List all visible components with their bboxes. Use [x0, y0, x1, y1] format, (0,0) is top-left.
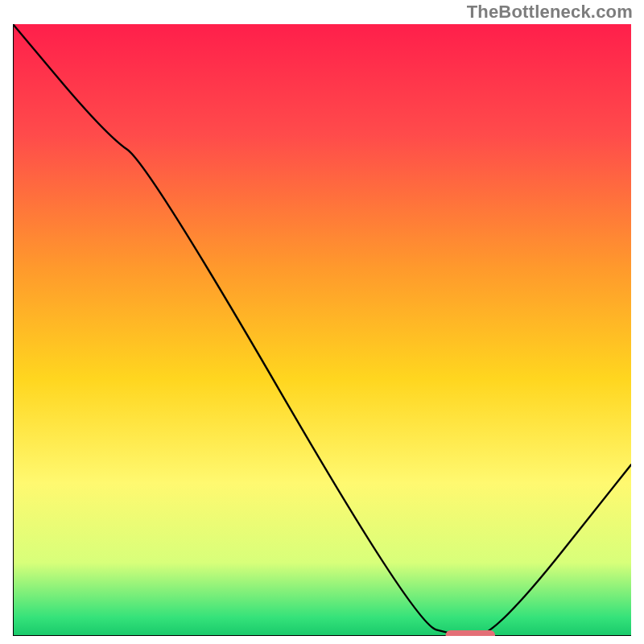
watermark-text: TheBottleneck.com [467, 2, 633, 23]
chart-svg [13, 24, 631, 636]
chart-area [13, 24, 631, 636]
optimal-marker [446, 630, 495, 636]
chart-background [13, 24, 631, 636]
